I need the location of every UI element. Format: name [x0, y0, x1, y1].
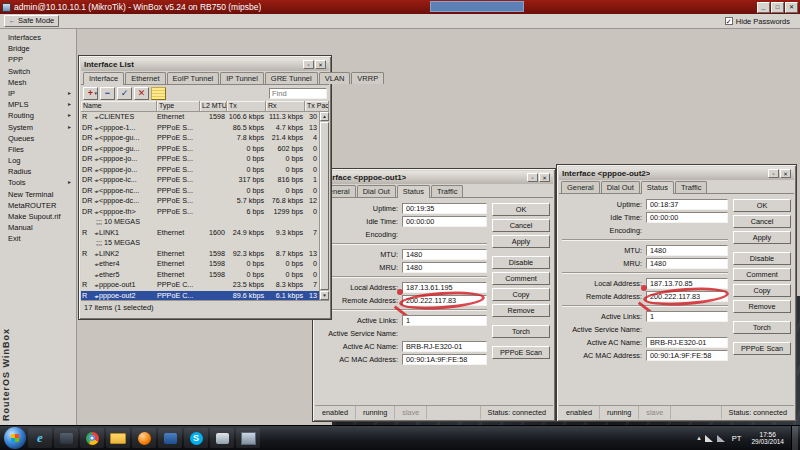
interface-row-pppoe-out2[interactable]: Rpppoe-out2PPPoE C...89.6 kbps6.1 kbps13 [81, 291, 319, 301]
interface-row-ether4[interactable]: ether4Ethernet15980 bps0 bps0 [81, 259, 319, 270]
apply-button[interactable]: Apply [733, 231, 791, 244]
internet-explorer-icon[interactable] [28, 428, 52, 448]
torch-button[interactable]: Torch [492, 325, 550, 338]
column-header-tx[interactable]: Tx [227, 101, 266, 111]
app-silver-icon[interactable] [210, 428, 234, 448]
tab-status[interactable]: Status [397, 185, 430, 198]
torch-button[interactable]: Torch [733, 321, 791, 334]
column-header-rx[interactable]: Rx [266, 101, 305, 111]
interface-row-pppoe-out1[interactable]: Rpppoe-out1PPPoE C...23.5 kbps8.3 kbps7 [81, 280, 319, 291]
interface-row-pppoe-jo[interactable]: DR<pppoe-jo...PPPoE S...0 bps0 bps0 [81, 154, 319, 165]
column-header-type[interactable]: Type [157, 101, 200, 111]
tab-dial-out[interactable]: Dial Out [601, 181, 640, 193]
interface-row-link1[interactable]: RLINK1Ethernet160024.9 kbps9.3 kbps7 [81, 228, 319, 239]
sidebar-item-new-terminal[interactable]: New Terminal [0, 189, 76, 200]
interface-row-pppoe-gu[interactable]: DR<pppoe-gu...PPPoE S...0 bps602 bps0 [81, 144, 319, 155]
safe-mode-button[interactable]: Safe Mode [4, 15, 59, 27]
ok-button[interactable]: OK [733, 199, 791, 212]
remove-button[interactable]: Remove [492, 304, 550, 317]
sidebar-item-log[interactable]: Log [0, 155, 76, 166]
sidebar-item-bridge[interactable]: Bridge [0, 43, 76, 54]
tab-ip-tunnel[interactable]: IP Tunnel [220, 72, 264, 84]
sidebar-item-ip[interactable]: IP▸ [0, 88, 76, 99]
column-header-tx-packets[interactable]: Tx Pac... [305, 101, 329, 111]
sidebar-item-mpls[interactable]: MPLS▸ [0, 99, 76, 110]
sidebar-item-queues[interactable]: Queues [0, 133, 76, 144]
scroll-down-button[interactable] [320, 291, 329, 300]
interface-list-titlebar[interactable]: Interface List [81, 58, 329, 71]
restore-button[interactable] [303, 60, 314, 69]
comment-button[interactable] [151, 87, 166, 100]
vertical-scrollbar[interactable] [319, 112, 329, 300]
tab-general[interactable]: General [561, 181, 600, 193]
comment-button[interactable]: Comment [492, 272, 550, 285]
pppoe-scan-button[interactable]: PPPoE Scan [733, 342, 791, 355]
comment-row[interactable]: ;;; 15 MEGAS [81, 238, 319, 249]
tab-dial-out[interactable]: Dial Out [357, 185, 396, 197]
close-button[interactable] [315, 60, 326, 69]
app-dark-icon[interactable] [54, 428, 78, 448]
explorer-folder-icon[interactable] [106, 428, 130, 448]
show-desktop-button[interactable] [791, 426, 798, 450]
volume-icon[interactable] [717, 435, 725, 442]
comment-row[interactable]: ;;; 10 MEGAS [81, 217, 319, 228]
tray-expand-icon[interactable]: ▴ [697, 434, 701, 442]
close-button[interactable] [785, 2, 798, 13]
clock[interactable]: 17:56 29/03/2014 [748, 431, 787, 446]
interface-row-pppoe-dc[interactable]: DR<pppoe-dc...PPPoE S...5.7 kbps76.8 kbp… [81, 196, 319, 207]
disable-button[interactable]: Disable [492, 256, 550, 269]
sidebar-item-radius[interactable]: Radius [0, 166, 76, 177]
copy-button[interactable]: Copy [492, 288, 550, 301]
tab-interface[interactable]: Interface [83, 72, 124, 85]
restore-button[interactable] [768, 169, 779, 178]
sidebar-item-routing[interactable]: Routing▸ [0, 110, 76, 121]
sidebar-item-exit[interactable]: Exit [0, 233, 76, 244]
interface-row-pppoe-jo[interactable]: DR<pppoe-jo...PPPoE S...0 bps0 bps0 [81, 165, 319, 176]
disable-button[interactable] [134, 87, 149, 100]
language-indicator[interactable]: PT [729, 433, 745, 444]
scroll-track[interactable] [320, 121, 329, 291]
start-icon[interactable] [4, 427, 26, 449]
tab-gre-tunnel[interactable]: GRE Tunnel [265, 72, 318, 84]
find-input[interactable] [269, 88, 327, 99]
tab-traffic[interactable]: Traffic [675, 181, 707, 193]
pppoe-scan-button[interactable]: PPPoE Scan [492, 346, 550, 359]
restore-button[interactable] [527, 173, 538, 182]
close-button[interactable] [539, 173, 550, 182]
tab-ethernet[interactable]: Ethernet [125, 72, 165, 84]
ok-button[interactable]: OK [492, 203, 550, 216]
cancel-button[interactable]: Cancel [492, 219, 550, 232]
disable-button[interactable]: Disable [733, 252, 791, 265]
comment-button[interactable]: Comment [733, 268, 791, 281]
interface-row-link2[interactable]: RLINK2Ethernet159892.3 kbps8.7 kbps13 [81, 249, 319, 260]
sidebar-item-switch[interactable]: Switch [0, 66, 76, 77]
tab-traffic[interactable]: Traffic [431, 185, 463, 197]
add-button[interactable] [83, 87, 98, 100]
copy-button[interactable]: Copy [733, 284, 791, 297]
winbox-icon[interactable] [236, 428, 260, 448]
tab-vrrp[interactable]: VRRP [351, 72, 384, 84]
tab-vlan[interactable]: VLAN [319, 72, 351, 84]
sidebar-item-system[interactable]: System▸ [0, 122, 76, 133]
tab-status[interactable]: Status [641, 181, 674, 194]
sidebar-item-make-supout-rif[interactable]: Make Supout.rif [0, 211, 76, 222]
sidebar-item-interfaces[interactable]: Interfaces [0, 32, 76, 43]
interface-row-pppoe-ic[interactable]: DR<pppoe-ic...PPPoE S...317 bps816 bps1 [81, 175, 319, 186]
pppoe-out1-titlebar[interactable]: Interface <pppoe-out1> [315, 171, 553, 184]
interface-row-pppoe-1[interactable]: DR<pppoe-1...PPPoE S...86.5 kbps4.7 kbps… [81, 123, 319, 134]
skype-icon[interactable] [184, 428, 208, 448]
remove-button[interactable]: Remove [733, 300, 791, 313]
column-header-name[interactable]: Name [81, 101, 157, 111]
media-player-icon[interactable] [132, 428, 156, 448]
enable-button[interactable] [117, 87, 132, 100]
sidebar-item-files[interactable]: Files [0, 144, 76, 155]
interface-row-clientes[interactable]: RCLIENTESEthernet1598106.6 kbps111.3 kbp… [81, 112, 319, 123]
minimize-button[interactable] [757, 2, 770, 13]
interface-row-pppoe-nc[interactable]: DR<pppoe-nc...PPPoE S...0 bps0 bps0 [81, 186, 319, 197]
close-button[interactable] [780, 169, 791, 178]
cancel-button[interactable]: Cancel [733, 215, 791, 228]
scroll-up-button[interactable] [320, 112, 329, 121]
apply-button[interactable]: Apply [492, 235, 550, 248]
sidebar-item-ppp[interactable]: PPP [0, 54, 76, 65]
tab-eoip-tunnel[interactable]: EoIP Tunnel [167, 72, 220, 84]
